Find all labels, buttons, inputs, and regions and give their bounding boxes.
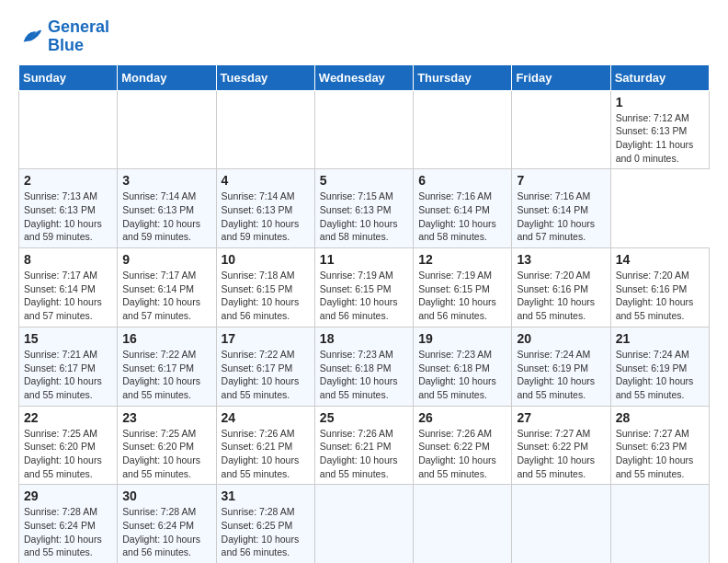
column-header-sunday: Sunday (19, 64, 118, 90)
calendar-week-2: 2Sunrise: 7:13 AMSunset: 6:13 PMDaylight… (19, 169, 710, 248)
column-header-friday: Friday (512, 64, 610, 90)
calendar-day-12: 12Sunrise: 7:19 AMSunset: 6:15 PMDayligh… (414, 248, 512, 327)
calendar-day-1: 1Sunrise: 7:12 AMSunset: 6:13 PMDaylight… (610, 90, 709, 169)
calendar-day-15: 15Sunrise: 7:21 AMSunset: 6:17 PMDayligh… (19, 327, 118, 406)
calendar-day-29: 29Sunrise: 7:28 AMSunset: 6:24 PMDayligh… (19, 485, 118, 563)
calendar-day-19: 19Sunrise: 7:23 AMSunset: 6:18 PMDayligh… (414, 327, 512, 406)
logo-text: General Blue (48, 18, 109, 55)
calendar-day-21: 21Sunrise: 7:24 AMSunset: 6:19 PMDayligh… (610, 327, 709, 406)
calendar-day-13: 13Sunrise: 7:20 AMSunset: 6:16 PMDayligh… (512, 248, 610, 327)
calendar-week-5: 22Sunrise: 7:25 AMSunset: 6:20 PMDayligh… (19, 406, 710, 485)
empty-cell (314, 90, 413, 169)
calendar-day-9: 9Sunrise: 7:17 AMSunset: 6:14 PMDaylight… (118, 248, 216, 327)
calendar-day-25: 25Sunrise: 7:26 AMSunset: 6:21 PMDayligh… (314, 406, 413, 485)
calendar-week-1: 1Sunrise: 7:12 AMSunset: 6:13 PMDaylight… (19, 90, 710, 169)
calendar-day-8: 8Sunrise: 7:17 AMSunset: 6:14 PMDaylight… (19, 248, 118, 327)
logo: General Blue (18, 18, 109, 55)
calendar-day-18: 18Sunrise: 7:23 AMSunset: 6:18 PMDayligh… (314, 327, 413, 406)
calendar-day-10: 10Sunrise: 7:18 AMSunset: 6:15 PMDayligh… (216, 248, 314, 327)
column-header-monday: Monday (118, 64, 216, 90)
calendar-day-14: 14Sunrise: 7:20 AMSunset: 6:16 PMDayligh… (610, 248, 709, 327)
calendar-day-22: 22Sunrise: 7:25 AMSunset: 6:20 PMDayligh… (19, 406, 118, 485)
empty-cell (414, 485, 512, 563)
column-header-tuesday: Tuesday (216, 64, 314, 90)
empty-cell (19, 90, 118, 169)
calendar-day-24: 24Sunrise: 7:26 AMSunset: 6:21 PMDayligh… (216, 406, 314, 485)
logo-icon (18, 24, 44, 50)
calendar-day-17: 17Sunrise: 7:22 AMSunset: 6:17 PMDayligh… (216, 327, 314, 406)
calendar-day-30: 30Sunrise: 7:28 AMSunset: 6:24 PMDayligh… (118, 485, 216, 563)
calendar-day-23: 23Sunrise: 7:25 AMSunset: 6:20 PMDayligh… (118, 406, 216, 485)
calendar-day-31: 31Sunrise: 7:28 AMSunset: 6:25 PMDayligh… (216, 485, 314, 563)
calendar-day-4: 4Sunrise: 7:14 AMSunset: 6:13 PMDaylight… (216, 169, 314, 248)
empty-cell (414, 90, 512, 169)
calendar-day-6: 6Sunrise: 7:16 AMSunset: 6:14 PMDaylight… (414, 169, 512, 248)
calendar-day-5: 5Sunrise: 7:15 AMSunset: 6:13 PMDaylight… (314, 169, 413, 248)
calendar-week-6: 29Sunrise: 7:28 AMSunset: 6:24 PMDayligh… (19, 485, 710, 563)
calendar-day-3: 3Sunrise: 7:14 AMSunset: 6:13 PMDaylight… (118, 169, 216, 248)
calendar-day-7: 7Sunrise: 7:16 AMSunset: 6:14 PMDaylight… (512, 169, 610, 248)
empty-cell (512, 485, 610, 563)
column-header-thursday: Thursday (414, 64, 512, 90)
calendar-day-26: 26Sunrise: 7:26 AMSunset: 6:22 PMDayligh… (414, 406, 512, 485)
column-header-wednesday: Wednesday (314, 64, 413, 90)
empty-cell (118, 90, 216, 169)
calendar-day-28: 28Sunrise: 7:27 AMSunset: 6:23 PMDayligh… (610, 406, 709, 485)
empty-cell (314, 485, 413, 563)
calendar-table: SundayMondayTuesdayWednesdayThursdayFrid… (18, 64, 710, 563)
empty-cell (216, 90, 314, 169)
calendar-day-16: 16Sunrise: 7:22 AMSunset: 6:17 PMDayligh… (118, 327, 216, 406)
empty-cell (512, 90, 610, 169)
page-header: General Blue (18, 18, 710, 55)
calendar-day-11: 11Sunrise: 7:19 AMSunset: 6:15 PMDayligh… (314, 248, 413, 327)
calendar-week-3: 8Sunrise: 7:17 AMSunset: 6:14 PMDaylight… (19, 248, 710, 327)
column-header-saturday: Saturday (610, 64, 709, 90)
calendar-day-27: 27Sunrise: 7:27 AMSunset: 6:22 PMDayligh… (512, 406, 610, 485)
calendar-day-2: 2Sunrise: 7:13 AMSunset: 6:13 PMDaylight… (19, 169, 118, 248)
calendar-week-4: 15Sunrise: 7:21 AMSunset: 6:17 PMDayligh… (19, 327, 710, 406)
header-row: SundayMondayTuesdayWednesdayThursdayFrid… (19, 64, 710, 90)
calendar-day-20: 20Sunrise: 7:24 AMSunset: 6:19 PMDayligh… (512, 327, 610, 406)
empty-cell (610, 485, 709, 563)
